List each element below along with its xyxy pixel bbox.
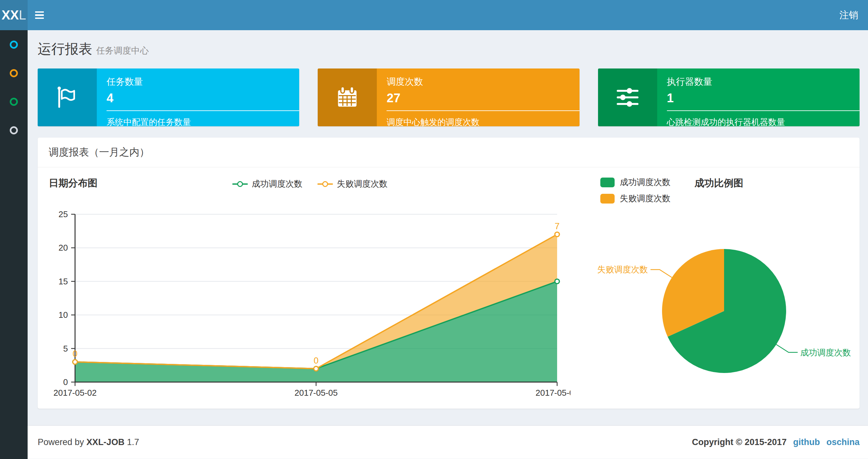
card-body: 调度次数 27 调度中心触发的调度次数 bbox=[377, 68, 579, 126]
logout-link[interactable]: 注销 bbox=[830, 0, 868, 30]
legend-item[interactable]: 成功调度次数 bbox=[232, 178, 303, 190]
version-text: 1.7 bbox=[127, 437, 140, 447]
card-body: 任务数量 4 系统中配置的任务数量 bbox=[97, 68, 299, 126]
card-divider bbox=[386, 110, 579, 111]
square-marker-icon bbox=[600, 194, 615, 203]
svg-text:2017-05-08: 2017-05-08 bbox=[536, 388, 571, 398]
app-container: XXL 注销 运行报表任务调度中心 任务数量 bbox=[0, 0, 868, 459]
sidebar-item-3[interactable] bbox=[0, 87, 28, 116]
logo-text-bold: XX bbox=[2, 8, 19, 23]
legend-label: 成功调度次数 bbox=[252, 178, 303, 190]
sidebar-item-4[interactable] bbox=[0, 116, 28, 144]
page-title-text: 运行报表 bbox=[38, 41, 92, 57]
svg-text:10: 10 bbox=[59, 310, 68, 320]
pie-chart-title: 成功比例图 bbox=[694, 176, 743, 190]
footer: Powered by XXL-JOB 1.7 Copyright © 2015-… bbox=[28, 425, 868, 459]
card-value: 27 bbox=[386, 91, 579, 105]
svg-text:7: 7 bbox=[555, 221, 559, 231]
panel-title: 调度报表（一月之内） bbox=[49, 146, 149, 158]
card-value: 4 bbox=[106, 91, 299, 105]
line-marker-icon bbox=[232, 181, 248, 187]
card-description: 调度中心触发的调度次数 bbox=[386, 117, 579, 126]
powered-by: Powered by XXL-JOB 1.7 bbox=[38, 437, 139, 447]
panel-body: 日期分布图 成功调度次数失败调度次数 05101520252017-05-022… bbox=[38, 167, 860, 411]
svg-text:成功调度次数: 成功调度次数 bbox=[800, 348, 851, 357]
hamburger-icon bbox=[35, 11, 44, 19]
stat-cards-row: 任务数量 4 系统中配置的任务数量 bbox=[38, 68, 860, 126]
topbar: XXL 注销 bbox=[0, 0, 868, 30]
report-panel: 调度报表（一月之内） 日期分布图 成功调度次数失败调度次数 0510152025… bbox=[38, 138, 860, 409]
square-marker-icon bbox=[600, 177, 615, 187]
line-chart: 05101520252017-05-022017-05-052017-05-08… bbox=[38, 200, 570, 408]
circle-icon bbox=[10, 126, 18, 134]
flag-icon bbox=[38, 68, 97, 126]
content-header: 运行报表任务调度中心 bbox=[28, 30, 868, 58]
line-chart-legend: 成功调度次数失败调度次数 bbox=[38, 178, 582, 190]
svg-text:0: 0 bbox=[72, 349, 77, 359]
svg-text:25: 25 bbox=[59, 209, 68, 219]
product-name: XXL-JOB bbox=[86, 437, 124, 447]
stat-card-executors: 执行器数量 1 心跳检测成功的执行器机器数量 bbox=[598, 68, 860, 126]
svg-text:2017-05-05: 2017-05-05 bbox=[294, 388, 338, 398]
sliders-icon bbox=[598, 68, 657, 126]
pie-chart-legend: 成功调度次数失败调度次数 bbox=[600, 176, 671, 204]
sidebar-toggle-button[interactable] bbox=[28, 0, 51, 30]
legend-label: 失败调度次数 bbox=[337, 178, 388, 190]
footer-right: Copyright © 2015-2017 github oschina bbox=[692, 437, 860, 447]
legend-item[interactable]: 成功调度次数 bbox=[600, 176, 671, 188]
panel-header: 调度报表（一月之内） bbox=[38, 138, 860, 167]
logo-text-light: L bbox=[19, 8, 26, 23]
svg-text:15: 15 bbox=[59, 276, 68, 286]
circle-icon bbox=[10, 98, 18, 106]
sidebar-item-1[interactable] bbox=[0, 30, 28, 59]
svg-text:2017-05-02: 2017-05-02 bbox=[54, 388, 97, 398]
calendar-icon bbox=[318, 68, 377, 126]
card-divider bbox=[667, 110, 860, 111]
oschina-link[interactable]: oschina bbox=[827, 437, 860, 447]
svg-text:失败调度次数: 失败调度次数 bbox=[597, 265, 648, 274]
logo[interactable]: XXL bbox=[0, 0, 28, 30]
card-title: 调度次数 bbox=[386, 76, 579, 88]
line-marker-icon bbox=[317, 181, 333, 187]
card-value: 1 bbox=[667, 91, 860, 105]
card-body: 执行器数量 1 心跳检测成功的执行器机器数量 bbox=[657, 68, 860, 126]
circle-icon bbox=[10, 69, 18, 77]
powered-by-text: Powered by bbox=[38, 437, 84, 447]
sidebar bbox=[0, 30, 28, 459]
legend-label: 失败调度次数 bbox=[620, 193, 671, 204]
legend-item[interactable]: 失败调度次数 bbox=[317, 178, 388, 190]
card-title: 执行器数量 bbox=[667, 76, 860, 88]
github-link[interactable]: github bbox=[793, 437, 820, 447]
circle-icon bbox=[10, 40, 18, 49]
legend-label: 成功调度次数 bbox=[620, 176, 671, 188]
copyright-text: Copyright © 2015-2017 bbox=[692, 437, 787, 447]
legend-item[interactable]: 失败调度次数 bbox=[600, 193, 671, 204]
sidebar-item-2[interactable] bbox=[0, 59, 28, 87]
card-divider bbox=[106, 110, 299, 111]
page-subtitle: 任务调度中心 bbox=[96, 46, 149, 56]
svg-text:5: 5 bbox=[63, 344, 68, 354]
stat-card-triggers: 调度次数 27 调度中心触发的调度次数 bbox=[318, 68, 579, 126]
svg-text:0: 0 bbox=[63, 377, 68, 387]
pie-chart: 成功调度次数失败调度次数 bbox=[590, 225, 868, 411]
svg-text:20: 20 bbox=[59, 243, 68, 253]
card-description: 系统中配置的任务数量 bbox=[106, 117, 299, 126]
card-title: 任务数量 bbox=[106, 76, 299, 88]
page-title: 运行报表任务调度中心 bbox=[38, 40, 860, 58]
stat-card-jobs: 任务数量 4 系统中配置的任务数量 bbox=[38, 68, 299, 126]
svg-text:0: 0 bbox=[313, 356, 318, 365]
card-description: 心跳检测成功的执行器机器数量 bbox=[667, 117, 860, 126]
content: 运行报表任务调度中心 任务数量 4 系统中配置的任务数量 bbox=[28, 30, 868, 459]
